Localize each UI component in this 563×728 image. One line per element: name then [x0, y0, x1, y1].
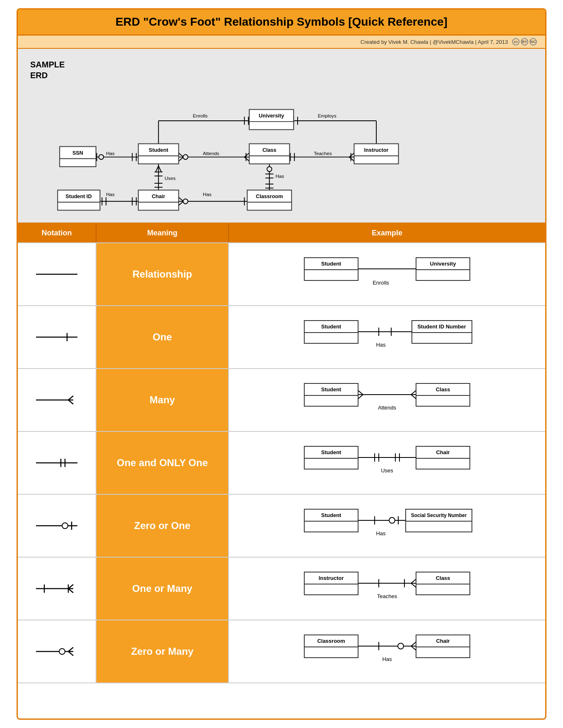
svg-text:Has: Has — [376, 530, 386, 536]
erd-svg: Has Has Uses — [30, 57, 533, 214]
erd-section: SAMPLEERD Has Has — [18, 49, 545, 224]
svg-point-20 — [183, 155, 188, 160]
notation-relationship — [18, 243, 96, 305]
svg-text:Class: Class — [262, 147, 277, 153]
table-header: Notation Meaning Example — [18, 224, 545, 242]
by-icon: BY — [521, 38, 528, 46]
meaning-one-only: One and ONLY One — [96, 432, 229, 494]
svg-text:Student: Student — [321, 386, 342, 393]
svg-text:Enrolls: Enrolls — [193, 113, 208, 118]
header-example: Example — [229, 224, 545, 242]
svg-text:University: University — [259, 113, 284, 119]
example-one: Student Student ID Number Has — [229, 306, 545, 368]
notation-zero-one — [18, 495, 96, 557]
nc-icon: NC — [529, 38, 537, 46]
row-zero-one: Zero or One Student Social Security Numb… — [18, 494, 545, 557]
notation-one-only — [18, 432, 96, 494]
header-meaning: Meaning — [96, 224, 229, 242]
svg-text:Attends: Attends — [378, 405, 397, 411]
svg-text:Student: Student — [321, 261, 342, 267]
svg-text:Uses: Uses — [164, 175, 176, 181]
notation-one-many — [18, 558, 96, 620]
header-notation: Notation — [18, 224, 96, 242]
svg-rect-72 — [354, 144, 398, 164]
row-one-only: One and ONLY One Student Chair — [18, 431, 545, 494]
svg-text:Class: Class — [436, 386, 450, 393]
svg-text:Teaches: Teaches — [377, 593, 397, 599]
svg-text:Student: Student — [321, 449, 342, 455]
subtitle-bar: Created by Vivek M. Chawla | @VivekMChaw… — [18, 36, 545, 49]
row-relationship: Relationship Student University E — [18, 242, 545, 305]
meaning-one: One — [96, 306, 229, 368]
meaning-relationship: Relationship — [96, 243, 229, 305]
subtitle-text: Created by Vivek M. Chawla | @VivekMChaw… — [361, 39, 508, 45]
cc-icon: cc — [512, 38, 520, 46]
svg-text:Has: Has — [203, 192, 212, 197]
svg-text:Has: Has — [376, 342, 386, 348]
notation-zero-many — [18, 620, 96, 682]
row-one-many: One or Many Instructor Class — [18, 557, 545, 620]
svg-text:University: University — [430, 261, 457, 267]
example-zero-one: Student Social Security Number Has — [229, 495, 545, 557]
row-one: One Student Student ID Number — [18, 305, 545, 368]
svg-text:Instructor: Instructor — [319, 575, 344, 581]
svg-text:Social Security Number: Social Security Number — [411, 512, 467, 518]
svg-point-157 — [398, 643, 404, 649]
svg-text:Attends: Attends — [203, 151, 219, 156]
svg-text:Employs: Employs — [318, 113, 337, 118]
svg-text:Has: Has — [275, 173, 284, 179]
svg-point-121 — [62, 523, 68, 529]
notation-one — [18, 306, 96, 368]
svg-point-40 — [267, 167, 272, 172]
example-one-only: Student Chair Uses — [229, 432, 545, 494]
svg-text:Instructor: Instructor — [364, 147, 388, 153]
svg-text:Classroom: Classroom — [317, 638, 345, 644]
svg-rect-63 — [249, 110, 294, 130]
svg-text:Student ID Number: Student ID Number — [417, 323, 466, 330]
title-bar: ERD "Crow's Foot" Relationship Symbols [… — [18, 10, 545, 36]
meaning-zero-one: Zero or One — [96, 495, 229, 557]
svg-text:Student: Student — [321, 512, 342, 518]
svg-text:Teaches: Teaches — [314, 151, 332, 156]
svg-text:Has: Has — [106, 151, 115, 156]
svg-text:Chair: Chair — [152, 194, 165, 199]
svg-text:SSN: SSN — [72, 150, 83, 156]
svg-rect-57 — [138, 144, 178, 164]
example-many: Student Class Attends — [229, 369, 545, 431]
meaning-many: Many — [96, 369, 229, 431]
cc-icons: cc BY NC — [512, 38, 537, 46]
row-zero-many: Zero or Many Classroom Chair — [18, 620, 545, 683]
notation-many — [18, 369, 96, 431]
svg-text:Chair: Chair — [436, 449, 450, 455]
svg-text:Uses: Uses — [381, 467, 393, 474]
example-zero-many: Classroom Chair Has — [229, 620, 545, 682]
main-container: ERD "Crow's Foot" Relationship Symbols [… — [17, 8, 546, 720]
svg-point-131 — [389, 517, 395, 523]
meaning-one-many: One or Many — [96, 558, 229, 620]
erd-canvas: Has Has Uses — [30, 57, 533, 214]
svg-text:Chair: Chair — [436, 638, 450, 644]
svg-point-49 — [183, 199, 188, 204]
reference-table: Notation Meaning Example Relationship St… — [18, 224, 545, 683]
svg-rect-60 — [138, 190, 178, 211]
svg-text:Has: Has — [106, 192, 115, 197]
svg-rect-66 — [249, 144, 289, 164]
example-one-many: Instructor Class Teaches — [229, 558, 545, 620]
row-many: Many Student Class A — [18, 368, 545, 431]
svg-rect-54 — [58, 190, 100, 211]
svg-text:Classroom: Classroom — [256, 194, 283, 199]
svg-text:Student ID: Student ID — [65, 194, 91, 199]
svg-text:Enrolls: Enrolls — [373, 280, 389, 286]
svg-text:Student: Student — [321, 323, 342, 330]
svg-point-148 — [59, 649, 65, 654]
svg-text:Class: Class — [436, 575, 450, 581]
svg-rect-51 — [60, 146, 96, 167]
example-relationship: Student University Enrolls — [229, 243, 545, 305]
main-title: ERD "Crow's Foot" Relationship Symbols [… — [115, 15, 448, 28]
svg-point-3 — [99, 155, 104, 160]
svg-text:Has: Has — [382, 656, 392, 662]
meaning-zero-many: Zero or Many — [96, 620, 229, 682]
svg-rect-69 — [247, 190, 291, 211]
svg-text:Student: Student — [149, 147, 168, 153]
